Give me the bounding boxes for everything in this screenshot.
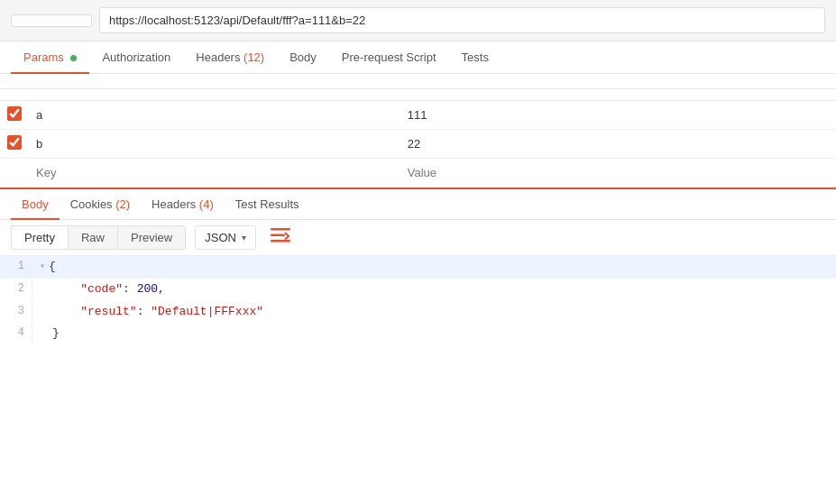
res-tab-testresults-label: Test Results <box>235 197 299 211</box>
row-checkbox-cell <box>0 101 29 130</box>
tab-params-label: Params <box>23 50 64 64</box>
format-label: JSON <box>205 231 236 244</box>
res-tab-headers[interactable]: Headers (4) <box>141 189 225 219</box>
row-checkbox[interactable] <box>7 135 22 150</box>
code-area: 1 ▾ { 2 "code": 200, 3 "result": "Defaul… <box>0 256 836 345</box>
line-number: 3 <box>0 301 32 322</box>
format-select[interactable]: JSON ▾ <box>195 225 256 250</box>
row-key-input[interactable] <box>36 135 393 152</box>
res-tab-headers-label: Headers <box>152 197 199 211</box>
tab-body-label: Body <box>289 50 317 64</box>
empty-checkbox-cell <box>0 159 29 188</box>
svg-rect-1 <box>271 234 285 237</box>
code-content: } <box>52 323 60 345</box>
col-key <box>29 89 400 101</box>
code-line: 3 "result": "Default|FFFxxx" <box>0 301 836 324</box>
empty-key-cell <box>29 159 400 188</box>
tab-tests[interactable]: Tests <box>449 41 501 73</box>
empty-key-input[interactable] <box>36 164 393 181</box>
query-params-header <box>0 74 836 88</box>
line-number: 1 <box>0 256 32 277</box>
row-key-input[interactable] <box>36 106 393 124</box>
params-table <box>0 88 836 188</box>
tab-tests-label: Tests <box>462 50 489 64</box>
tab-headers-label: Headers <box>196 50 243 64</box>
tab-params[interactable]: Params <box>11 41 89 73</box>
code-line: 1 ▾ { <box>0 256 836 279</box>
row-checkbox[interactable] <box>7 106 22 121</box>
row-key-cell <box>29 130 400 159</box>
method-select[interactable] <box>11 14 92 27</box>
cookies-count: (2) <box>115 197 130 211</box>
row-value-cell <box>400 101 836 130</box>
url-bar <box>0 0 836 41</box>
table-row-empty <box>0 159 836 188</box>
code-line: 4 } <box>0 323 836 345</box>
empty-value-cell <box>400 159 836 188</box>
line-number: 4 <box>0 323 32 344</box>
code-content: "code": 200, <box>52 279 165 301</box>
headers-count: (12) <box>243 50 264 64</box>
format-chevron: ▾ <box>242 233 246 243</box>
tab-authorization-label: Authorization <box>102 50 170 64</box>
svg-rect-2 <box>271 240 290 243</box>
res-tab-cookies-label: Cookies <box>70 197 116 211</box>
response-section: Body Cookies (2) Headers (4) Test Result… <box>0 188 836 345</box>
fold-arrow[interactable]: ▾ <box>40 260 45 274</box>
view-preview-button[interactable]: Preview <box>117 225 186 250</box>
col-value <box>400 89 836 101</box>
row-value-input[interactable] <box>408 106 829 124</box>
row-key-cell <box>29 101 400 130</box>
table-row <box>0 101 836 130</box>
tab-prerequest-label: Pre-request Script <box>342 50 436 64</box>
code-line: 2 "code": 200, <box>0 279 836 301</box>
url-input[interactable] <box>99 7 825 33</box>
col-checkbox <box>0 89 29 101</box>
code-content: { <box>49 256 56 279</box>
row-value-input[interactable] <box>408 135 829 152</box>
svg-rect-0 <box>271 228 290 231</box>
row-checkbox-cell <box>0 130 29 159</box>
viewer-toolbar: Pretty Raw Preview JSON ▾ <box>0 220 836 256</box>
res-tab-cookies[interactable]: Cookies (2) <box>60 189 141 219</box>
request-tabs: Params Authorization Headers (12) Body P… <box>0 41 836 74</box>
tab-prerequest[interactable]: Pre-request Script <box>329 41 449 73</box>
empty-value-input[interactable] <box>408 164 829 181</box>
params-dot <box>70 55 77 61</box>
tab-body[interactable]: Body <box>277 41 329 73</box>
line-number: 2 <box>0 279 32 299</box>
table-row <box>0 130 836 159</box>
view-pretty-button[interactable]: Pretty <box>11 225 68 250</box>
res-tab-body[interactable]: Body <box>11 189 60 219</box>
response-tabs: Body Cookies (2) Headers (4) Test Result… <box>0 189 836 220</box>
wrap-button[interactable] <box>265 225 296 250</box>
row-value-cell <box>400 130 836 159</box>
res-headers-count: (4) <box>199 197 214 211</box>
tab-headers[interactable]: Headers (12) <box>183 41 277 73</box>
tab-authorization[interactable]: Authorization <box>89 41 183 73</box>
res-tab-body-label: Body <box>22 197 49 211</box>
res-tab-testresults[interactable]: Test Results <box>225 189 310 219</box>
wrap-icon <box>271 227 290 243</box>
code-content: "result": "Default|FFFxxx" <box>52 301 263 324</box>
view-raw-button[interactable]: Raw <box>68 225 117 250</box>
